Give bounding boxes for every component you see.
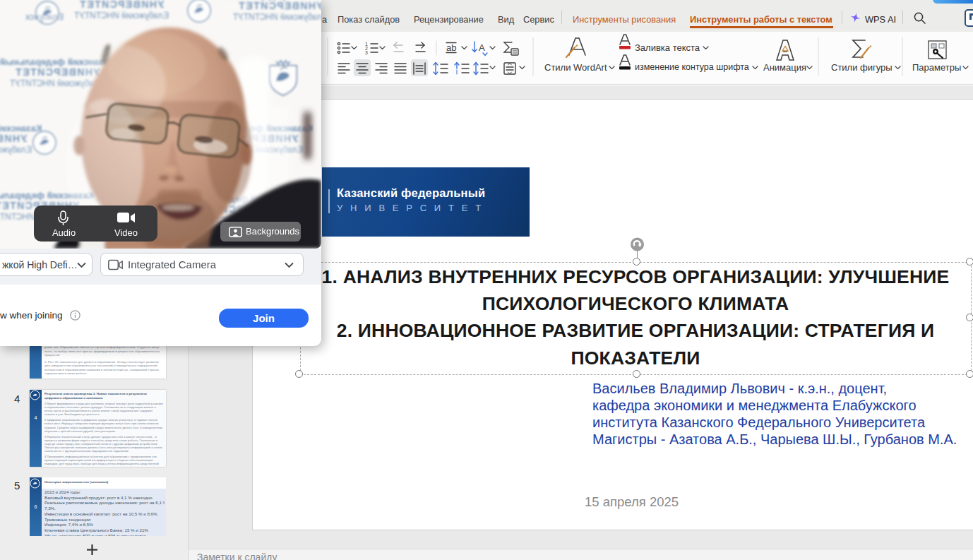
svg-text:3: 3 — [365, 50, 368, 55]
svg-text:Елабужск: Елабужск — [25, 12, 64, 22]
svg-text:ab: ab — [446, 42, 456, 53]
svg-text:A: A — [479, 42, 485, 53]
